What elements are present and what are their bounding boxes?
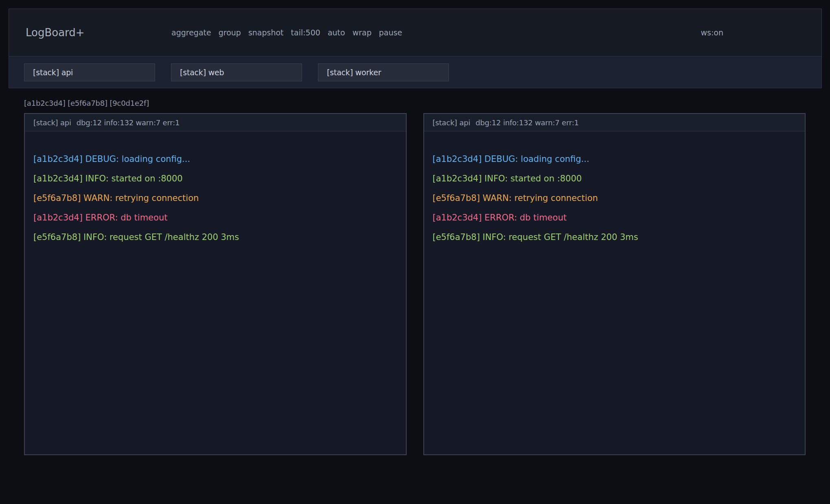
log-line: [a1b2c3d4] INFO: started on :8000 [433,169,797,188]
log-line: [e5f6a7b8] WARN: retrying connection [433,188,797,208]
menu-item-pause[interactable]: pause [379,28,402,37]
log-line: [e5f6a7b8] WARN: retrying connection [33,188,397,208]
toolbar-top-row: LogBoard+ aggregate group snapshot tail:… [9,9,821,57]
menu-item-tail[interactable]: tail:500 [291,28,320,37]
log-panel-header: [stack] api dbg:12 info:132 warn:7 err:1 [25,114,406,131]
log-line: [e5f6a7b8] INFO: request GET /healthz 20… [33,227,397,247]
websocket-status: ws:on [701,9,723,56]
menu-item-auto[interactable]: auto [328,28,345,37]
app-title: LogBoard+ [26,26,85,39]
stack-tab-web[interactable]: [stack] web [171,63,302,81]
log-line: [a1b2c3d4] ERROR: db timeout [433,208,797,227]
panel-stack-label: [stack] api [433,118,471,127]
log-panel-left: [stack] api dbg:12 info:132 warn:7 err:1… [24,113,407,455]
log-viewport[interactable]: [a1b2c3d4] DEBUG: loading config... [a1b… [25,131,406,455]
log-line: [e5f6a7b8] INFO: request GET /healthz 20… [433,227,797,247]
log-line: [a1b2c3d4] DEBUG: loading config... [433,149,797,169]
log-viewport[interactable]: [a1b2c3d4] DEBUG: loading config... [a1b… [424,131,805,455]
toolbar-card: LogBoard+ aggregate group snapshot tail:… [9,9,822,88]
log-panel-header: [stack] api dbg:12 info:132 warn:7 err:1 [424,114,805,131]
stack-tab-api[interactable]: [stack] api [24,63,155,81]
menu-item-group[interactable]: group [219,28,241,37]
log-panel-right: [stack] api dbg:12 info:132 warn:7 err:1… [423,113,806,455]
panel-level-counts: dbg:12 info:132 warn:7 err:1 [475,118,579,127]
trace-id-filter: [a1b2c3d4] [e5f6a7b8] [9c0d1e2f] [24,99,149,107]
panel-stack-label: [stack] api [33,118,71,127]
panel-level-counts: dbg:12 info:132 warn:7 err:1 [77,118,180,127]
log-line: [a1b2c3d4] INFO: started on :8000 [33,169,397,188]
log-panels: [stack] api dbg:12 info:132 warn:7 err:1… [24,113,806,455]
toolbar-menu: aggregate group snapshot tail:500 auto w… [171,9,402,56]
stack-tab-worker[interactable]: [stack] worker [318,63,449,81]
menu-item-wrap[interactable]: wrap [353,28,372,37]
log-line: [a1b2c3d4] DEBUG: loading config... [33,149,397,169]
stack-tabs-row: [stack] api [stack] web [stack] worker [9,57,821,88]
menu-item-aggregate[interactable]: aggregate [171,28,211,37]
menu-item-snapshot[interactable]: snapshot [248,28,284,37]
log-line: [a1b2c3d4] ERROR: db timeout [33,208,397,227]
